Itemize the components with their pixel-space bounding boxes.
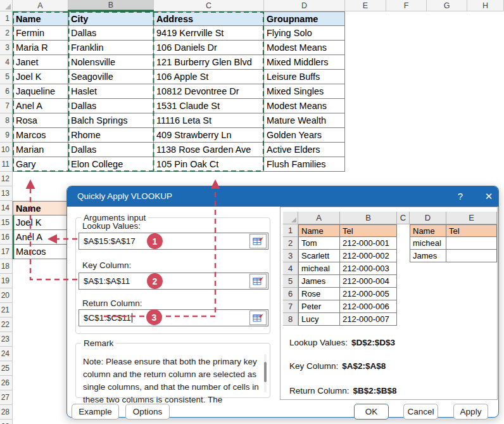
cell[interactable]: Haslet (68, 84, 154, 99)
row-header-8[interactable]: 8 (0, 113, 13, 128)
cell[interactable]: Franklin (68, 41, 154, 55)
cell[interactable]: Fermin (13, 26, 68, 41)
range-selector-button[interactable] (249, 274, 267, 288)
cell[interactable]: 10812 Devontree Dr (154, 84, 264, 99)
row-header-9[interactable]: 9 (0, 128, 13, 143)
row-header-6[interactable]: 6 (0, 84, 13, 99)
cell[interactable]: Anel A (13, 99, 68, 113)
row-header-19[interactable]: 19 (0, 274, 13, 288)
row-header-27[interactable]: 27 (0, 390, 13, 405)
cell[interactable]: Marcos (13, 245, 68, 259)
cell[interactable]: Joel K (13, 70, 68, 84)
row-header-18[interactable]: 18 (0, 259, 13, 274)
cell[interactable]: Marian (13, 143, 68, 157)
row-header-25[interactable]: 25 (0, 361, 13, 376)
cell[interactable]: Flush Families (264, 157, 345, 172)
row-header-21[interactable]: 21 (0, 303, 13, 318)
row-header-13[interactable]: 13 (0, 186, 13, 201)
return-column-input[interactable]: $C$1:$C$11 (79, 309, 268, 326)
cell[interactable]: 409 Strawberry Ln (154, 128, 264, 143)
cell[interactable]: Marcos (13, 128, 68, 143)
cell[interactable]: Rhome (68, 128, 154, 143)
cell[interactable]: Rosa (13, 113, 68, 128)
row-header-22[interactable]: 22 (0, 318, 13, 332)
cell[interactable]: 9419 Kerrville St (154, 26, 264, 41)
row-header-11[interactable]: 11 (0, 157, 13, 172)
cell[interactable]: 106 Apple St (154, 70, 264, 84)
ok-button[interactable]: OK (354, 404, 389, 420)
cell[interactable]: Name (13, 201, 68, 215)
cell[interactable]: Maria R (13, 41, 68, 55)
cancel-button[interactable]: Cancel (403, 404, 438, 420)
close-icon[interactable]: ✕ (479, 186, 498, 207)
cell[interactable]: 106 Daniels Dr (154, 41, 264, 55)
key-column-input[interactable]: $A$1:$A$11 (79, 273, 268, 290)
row-header-15[interactable]: 15 (0, 215, 13, 230)
cell[interactable]: City (68, 11, 154, 26)
example-button[interactable]: Example (72, 404, 119, 420)
row-header-17[interactable]: 17 (0, 245, 13, 259)
dialog-titlebar[interactable]: Quickly Apply VLOOKUP ? ✕ (67, 186, 498, 207)
cell[interactable]: Dallas (68, 26, 154, 41)
cell[interactable]: 105 Pin Oak Ct (154, 157, 264, 172)
cell[interactable]: Active Elders (264, 143, 345, 157)
row-header-20[interactable]: 20 (0, 288, 13, 303)
cell[interactable]: Name (13, 11, 68, 26)
row-header-12[interactable]: 12 (0, 172, 13, 186)
cell[interactable]: Elon College (68, 157, 154, 172)
cell[interactable]: Flying Solo (264, 26, 345, 41)
cell[interactable]: 1138 Rose Garden Ave (154, 143, 264, 157)
row-header-7[interactable]: 7 (0, 99, 13, 113)
range-selector-button[interactable] (249, 234, 267, 248)
options-button[interactable]: Options (125, 404, 170, 420)
row-header-23[interactable]: 23 (0, 332, 13, 347)
column-header-F[interactable]: F (386, 0, 427, 11)
row-header-4[interactable]: 4 (0, 55, 13, 70)
cell[interactable]: Groupname (264, 11, 345, 26)
cell[interactable]: Golden Years (264, 128, 345, 143)
row-header-28[interactable]: 28 (0, 405, 13, 420)
row-header-14[interactable]: 14 (0, 201, 13, 215)
row-header-3[interactable]: 3 (0, 41, 13, 55)
row-header-10[interactable]: 10 (0, 143, 13, 157)
cell[interactable]: Seagoville (68, 70, 154, 84)
cell[interactable]: Anel A (13, 230, 68, 245)
cell[interactable]: Nolensville (68, 55, 154, 70)
cell[interactable]: Mature Wealth (264, 113, 345, 128)
column-header-A[interactable]: A (13, 0, 68, 11)
row-header-16[interactable]: 16 (0, 230, 13, 245)
row-header-24[interactable]: 24 (0, 347, 13, 361)
column-header-D[interactable]: D (264, 0, 345, 11)
column-header-H[interactable]: H (467, 0, 504, 11)
cell[interactable]: Dallas (68, 143, 154, 157)
cell[interactable]: Joel K (13, 215, 68, 230)
cell[interactable]: Modest Means (264, 99, 345, 113)
cell[interactable]: Mixed Middlers (264, 55, 345, 70)
row-header-26[interactable]: 26 (0, 376, 13, 390)
cell[interactable]: 1531 Claude St (154, 99, 264, 113)
cell[interactable]: Balch Springs (68, 113, 154, 128)
row-header-5[interactable]: 5 (0, 70, 13, 84)
range-selector-button[interactable] (249, 311, 267, 325)
cell[interactable]: Address (154, 11, 264, 26)
cell[interactable]: Jaqueline (13, 84, 68, 99)
cell[interactable]: Modest Means (264, 41, 345, 55)
remark-scrollbar-thumb[interactable] (264, 362, 267, 382)
select-all-corner[interactable] (0, 0, 13, 11)
cell[interactable]: Gary (13, 157, 68, 172)
cell[interactable]: Mixed Singles (264, 84, 345, 99)
row-header-1[interactable]: 1 (0, 11, 13, 26)
cell[interactable]: 121 Burberry Glen Blvd (154, 55, 264, 70)
row-header-29[interactable]: 29 (0, 420, 13, 424)
column-header-G[interactable]: G (427, 0, 467, 11)
apply-button[interactable]: Apply (453, 404, 488, 420)
column-header-E[interactable]: E (345, 0, 386, 11)
help-icon[interactable]: ? (451, 186, 470, 207)
lookup-values-input[interactable]: $A$15:$A$17 (79, 233, 268, 250)
cell[interactable]: Dallas (68, 99, 154, 113)
column-header-C[interactable]: C (154, 0, 264, 11)
cell[interactable]: 11116 Leta St (154, 113, 264, 128)
cell[interactable]: Janet (13, 55, 68, 70)
column-header-B[interactable]: B (68, 0, 154, 11)
cell[interactable]: Leisure Buffs (264, 70, 345, 84)
